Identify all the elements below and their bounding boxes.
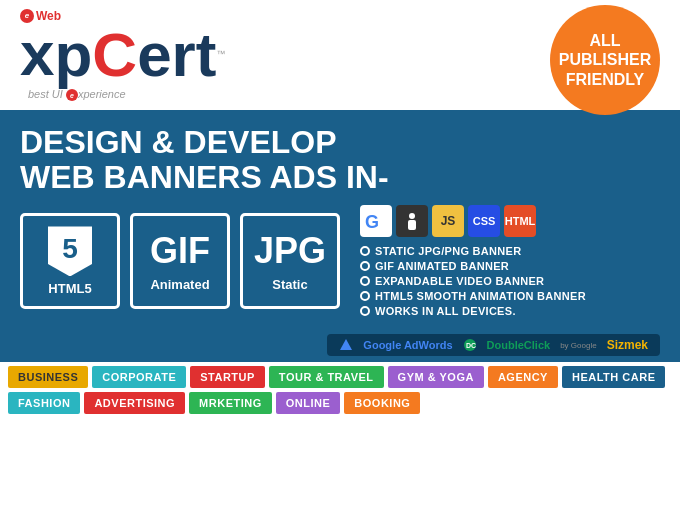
- badge-line2: PUBLISHER: [559, 50, 651, 69]
- html5-platform-icon: HTML: [504, 205, 536, 237]
- logo-area: e Web x p C ert ™ best UI experience: [20, 9, 225, 102]
- banner-types: 5 HTML5 GIF Animated JPG Static: [20, 213, 340, 309]
- html5-label: HTML5: [48, 281, 91, 296]
- feature-4-text: HTML5 SMOOTH ANIMATION BANNER: [375, 290, 586, 302]
- gif-label: Animated: [150, 277, 209, 292]
- jpg-text: JPG: [254, 230, 326, 272]
- headline: DESIGN & DEVELOP WEB BANNERS ADS IN-: [20, 125, 660, 195]
- svg-marker-3: [340, 339, 352, 350]
- bullet-icon: [360, 291, 370, 301]
- doubleclick-icon: DC: [463, 338, 477, 352]
- logo-x: x: [20, 26, 54, 82]
- google-icon: G: [360, 205, 392, 237]
- feature-1-text: STATIC JPG/PNG BANNER: [375, 245, 521, 257]
- right-panel: G JS CSS HTML STATIC JPG/: [360, 205, 660, 320]
- jpg-box: JPG Static: [240, 213, 340, 309]
- svg-point-1: [409, 213, 415, 219]
- html5-shield-icon: 5: [48, 226, 92, 276]
- svg-text:G: G: [365, 212, 379, 232]
- logo-p: p: [54, 19, 92, 90]
- tag-online[interactable]: ONLINE: [276, 392, 341, 414]
- bullet-icon: [360, 276, 370, 286]
- tags-bar: BUSINESS CORPORATE STARTUP TOUR & TRAVEL…: [0, 362, 680, 418]
- tag-booking[interactable]: BOOKING: [344, 392, 420, 414]
- platform-icons: G JS CSS HTML: [360, 205, 660, 237]
- partners-inner: Google AdWords DC DoubleClick by Google …: [327, 334, 660, 356]
- tag-startup[interactable]: STARTUP: [190, 366, 265, 388]
- content-row: 5 HTML5 GIF Animated JPG Static: [20, 205, 660, 320]
- sizmek-label: Sizmek: [607, 338, 648, 352]
- bullet-icon: [360, 306, 370, 316]
- flock-icon: [396, 205, 428, 237]
- tag-health-care[interactable]: HEALTH CARE: [562, 366, 666, 388]
- feature-2-text: GIF ANIMATED BANNER: [375, 260, 509, 272]
- header: e Web x p C ert ™ best UI experience ALL: [0, 0, 680, 110]
- doubleclick-label: DoubleClick: [487, 339, 551, 351]
- tag-advertising[interactable]: ADVERTISING: [84, 392, 185, 414]
- bullet-icon: [360, 261, 370, 271]
- tag-marketing[interactable]: MRKETING: [189, 392, 272, 414]
- gif-text: GIF: [150, 230, 210, 272]
- by-google-label: by Google: [560, 341, 596, 350]
- main-container: e Web x p C ert ™ best UI experience ALL: [0, 0, 680, 510]
- tag-corporate[interactable]: CORPORATE: [92, 366, 186, 388]
- feature-3: EXPANDABLE VIDEO BANNER: [360, 275, 660, 287]
- trademark: ™: [216, 49, 225, 59]
- headline-line1: DESIGN & DEVELOP: [20, 125, 660, 160]
- subtitle-row: best UI experience: [20, 88, 225, 102]
- html5-box: 5 HTML5: [20, 213, 120, 309]
- feature-4: HTML5 SMOOTH ANIMATION BANNER: [360, 290, 660, 302]
- gif-box: GIF Animated: [130, 213, 230, 309]
- banner-types-area: 5 HTML5 GIF Animated JPG Static: [20, 205, 340, 320]
- css3-icon: CSS: [468, 205, 500, 237]
- partners-bar: Google AdWords DC DoubleClick by Google …: [0, 330, 680, 362]
- shield-number: 5: [62, 233, 78, 265]
- tag-gym-yoga[interactable]: GYM & YOGA: [388, 366, 484, 388]
- e-icon: e: [66, 89, 78, 101]
- logo-c: C: [92, 19, 137, 90]
- adwords-icon: [339, 338, 353, 352]
- svg-rect-2: [408, 220, 416, 230]
- svg-text:DC: DC: [466, 342, 476, 349]
- feature-2: GIF ANIMATED BANNER: [360, 260, 660, 272]
- logo-ert: ert: [137, 19, 216, 90]
- jpg-label: Static: [272, 277, 307, 292]
- tag-tour-travel[interactable]: TOUR & TRAVEL: [269, 366, 384, 388]
- features-list: STATIC JPG/PNG BANNER GIF ANIMATED BANNE…: [360, 245, 660, 317]
- badge-circle: ALL PUBLISHER FRIENDLY: [550, 5, 660, 115]
- google-adwords-label: Google AdWords: [363, 339, 452, 351]
- js-icon: JS: [432, 205, 464, 237]
- xpert-logo: x p C ert ™: [20, 19, 225, 90]
- tag-fashion[interactable]: FASHION: [8, 392, 80, 414]
- badge-line1: ALL: [589, 31, 620, 50]
- tag-agency[interactable]: AGENCY: [488, 366, 558, 388]
- main-section: DESIGN & DEVELOP WEB BANNERS ADS IN- 5 H…: [0, 110, 680, 330]
- feature-1: STATIC JPG/PNG BANNER: [360, 245, 660, 257]
- feature-5: WORKS IN ALL DEVICES.: [360, 305, 660, 317]
- tag-business[interactable]: BUSINESS: [8, 366, 88, 388]
- headline-line2: WEB BANNERS ADS IN-: [20, 160, 660, 195]
- bullet-icon: [360, 246, 370, 256]
- badge-line3: FRIENDLY: [566, 70, 645, 89]
- feature-5-text: WORKS IN ALL DEVICES.: [375, 305, 516, 317]
- feature-3-text: EXPANDABLE VIDEO BANNER: [375, 275, 544, 287]
- logo-subtitle: best UI experience: [28, 88, 126, 102]
